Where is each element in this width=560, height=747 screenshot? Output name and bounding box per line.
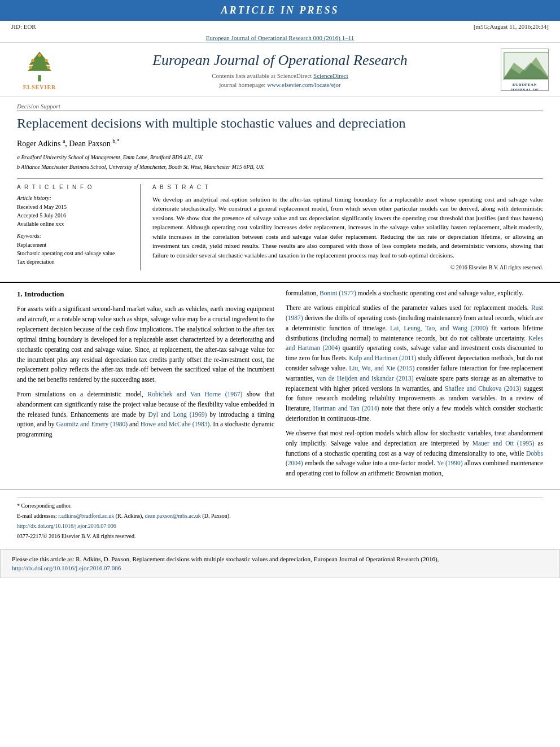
ref-dobbs[interactable]: Dobbs (2004) <box>286 450 543 467</box>
citation-bar: Please cite this article as: R. Adkins, … <box>0 549 560 578</box>
right-logo-box: EUROPEAN JOURNAL OF OPERATIONAL RESEARCH <box>501 49 549 91</box>
svg-rect-0 <box>38 75 41 81</box>
ref-hartman[interactable]: Hartman and Tan (2014) <box>313 405 379 412</box>
author-names: Roger Adkins a, Dean Paxson b,* <box>17 139 120 148</box>
journal-logo-right: EUROPEAN JOURNAL OF OPERATIONAL RESEARCH <box>492 49 549 91</box>
contents-note: Contents lists available at ScienceDirec… <box>68 72 492 79</box>
doi-line: http://dx.doi.org/10.1016/j.ejor.2016.07… <box>17 522 543 530</box>
author-affiliations: a Bradford University School of Manageme… <box>17 153 543 171</box>
received-date: Received 4 May 2015 <box>17 203 132 211</box>
journal-logo-icon <box>503 51 549 80</box>
abstract-text: We develop an analytical real-option sol… <box>152 195 543 260</box>
two-col-body: 1. Introduction For assets with a signif… <box>17 289 543 483</box>
elsevier-label: ELSEVIER <box>23 84 56 90</box>
ref-kulp[interactable]: Kulp and Hartman (2011) <box>349 355 416 361</box>
jid-label: JID: EOR <box>11 23 36 30</box>
article-title: Replacement decisions with multiple stoc… <box>17 115 543 132</box>
history-label: Article history: <box>17 195 132 201</box>
journal-title-center: European Journal of Operational Research… <box>68 51 492 88</box>
ref-mauer[interactable]: Mauer and Ott (1995) <box>473 440 535 447</box>
issn-line: 0377-2217/© 2016 Elsevier B.V. All right… <box>17 532 543 540</box>
corresponding-note: * Corresponding author. <box>17 501 543 510</box>
journal-header: ELSEVIER European Journal of Operational… <box>0 42 560 97</box>
available-date: Available online xxx <box>17 220 132 228</box>
svg-point-6 <box>47 66 50 69</box>
svg-point-3 <box>31 59 34 63</box>
body-para-r1: formulation, Bonini (1977) models a stoc… <box>286 289 543 299</box>
accepted-date: Accepted 5 July 2016 <box>17 211 132 220</box>
keyword1: Replacement <box>17 241 132 249</box>
svg-point-5 <box>29 66 33 69</box>
email2-name: (D. Paxson). <box>202 513 230 519</box>
copyright: © 2016 Elsevier B.V. All rights reserved… <box>152 264 543 270</box>
ref-heijden[interactable]: van de Heijden and Iskandar (2013) <box>317 375 414 382</box>
svg-point-7 <box>38 54 41 57</box>
article-info: A R T I C L E I N F O Article history: R… <box>17 184 141 271</box>
ref-ye[interactable]: Ye (1990) <box>437 460 463 466</box>
keyword3: Tax depreciation <box>17 257 132 266</box>
ref-lai[interactable]: Lai, Leung, Tao, and Wang (2000) <box>390 325 488 331</box>
authors: Roger Adkins a, Dean Paxson b,* <box>17 138 543 148</box>
ref-rust[interactable]: Rust (1987) <box>286 304 543 321</box>
keyword2: Stochastic operating cost and salvage va… <box>17 249 132 257</box>
affiliation-a: a Bradford University School of Manageme… <box>17 153 543 161</box>
ref-dyl[interactable]: Dyl and Long (1969) <box>148 411 207 418</box>
body-para2: From simulations on a deterministic mode… <box>17 390 274 440</box>
body-content: 1. Introduction For assets with a signif… <box>0 282 560 489</box>
abstract-section: A B S T R A C T We develop an analytical… <box>152 184 543 271</box>
article-info-title: A R T I C L E I N F O <box>17 184 132 190</box>
ref-liu[interactable]: Liu, Wu, and Xie (2015) <box>349 365 414 372</box>
top-meta: JID: EOR [m5G;August 11, 2016;20:34] <box>0 21 560 32</box>
section-label: Decision Support <box>17 103 543 111</box>
journal-homepage: journal homepage: www.elsevier.com/locat… <box>68 81 492 88</box>
article-info-abstract: A R T I C L E I N F O Article history: R… <box>17 178 543 271</box>
citation-text: Please cite this article as: R. Adkins, … <box>12 556 439 562</box>
body-para-r3: We observe that most real-option models … <box>286 429 543 479</box>
ref-howe[interactable]: Howe and McCabe (1983) <box>141 421 210 427</box>
ref-gaumitz[interactable]: Gaumitz and Emery (1980) <box>56 421 128 427</box>
body-col-left: 1. Introduction For assets with a signif… <box>17 289 274 483</box>
affiliation-b: b Alliance Manchester Business School, U… <box>17 163 543 171</box>
body-para1: For assets with a significant second-han… <box>17 304 274 385</box>
ref-robichek[interactable]: Robichek and Van Horne (1967) <box>147 391 242 397</box>
article-in-press-banner: ARTICLE IN PRESS <box>0 0 560 21</box>
doi-link[interactable]: http://dx.doi.org/10.1016/j.ejor.2016.07… <box>17 523 116 529</box>
section1-heading: 1. Introduction <box>17 289 274 300</box>
elsevier-logo-left: ELSEVIER <box>11 49 68 90</box>
journal-link[interactable]: European Journal of Operational Research… <box>0 32 560 42</box>
email-line: E-mail addresses: r.adkins@bradford.ac.u… <box>17 512 543 520</box>
footnotes: * Corresponding author. E-mail addresses… <box>0 489 560 547</box>
email1-link[interactable]: r.adkins@bradford.ac.uk <box>58 513 114 519</box>
footnote-rule <box>17 497 543 498</box>
ref-shaflee[interactable]: Shaflee and Chukova (2013) <box>445 385 521 392</box>
email2-link[interactable]: dean.paxson@mbs.ac.uk <box>145 513 200 519</box>
email-label: E-mail addresses: <box>17 513 57 519</box>
main-content: Decision Support Replacement decisions w… <box>0 97 560 276</box>
citation-doi-link[interactable]: http://dx.doi.org/10.1016/j.ejor.2016.07… <box>12 565 121 571</box>
svg-point-4 <box>45 59 48 63</box>
journal-link-text[interactable]: European Journal of Operational Research… <box>206 34 355 41</box>
journal-name: European Journal of Operational Research <box>68 51 492 69</box>
email1-name: (R. Adkins), <box>116 513 143 519</box>
ref-keles[interactable]: Keles and Hartman (2004) <box>286 335 543 352</box>
logo-title: EUROPEAN JOURNAL OF OPERATIONAL RESEARCH <box>503 82 546 91</box>
body-col-right: formulation, Bonini (1977) models a stoc… <box>286 289 543 483</box>
elsevier-tree-icon <box>20 49 59 83</box>
meta-right: [m5G;August 11, 2016;20:34] <box>474 23 549 30</box>
sciencedirect-link[interactable]: ScienceDirect <box>313 72 348 79</box>
body-para-r2: There are various empirical studies of t… <box>286 303 543 424</box>
abstract-title: A B S T R A C T <box>152 184 543 190</box>
keywords-label: Keywords: <box>17 233 132 239</box>
homepage-url[interactable]: www.elsevier.com/locate/ejor <box>267 81 341 88</box>
ref-bonini[interactable]: Bonini (1977) <box>320 290 356 296</box>
